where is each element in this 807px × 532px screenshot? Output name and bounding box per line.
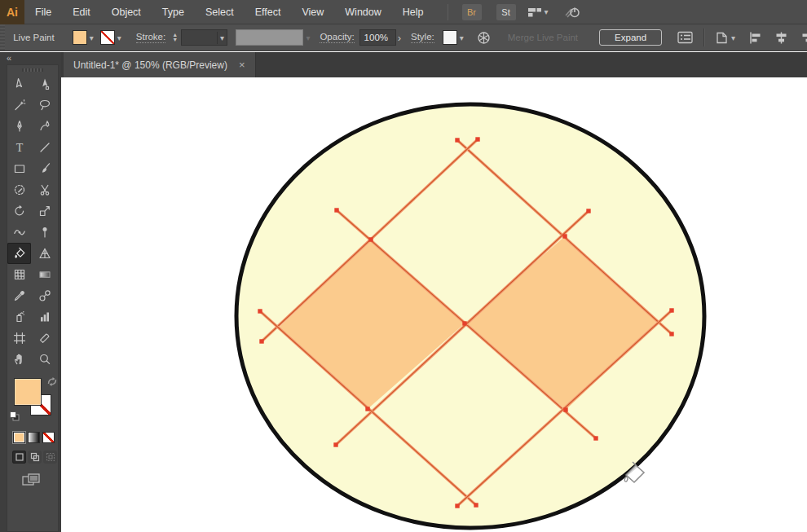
opacity-expand-icon[interactable]: › — [398, 32, 401, 44]
anchor-point[interactable] — [562, 234, 567, 238]
power-icon[interactable] — [564, 5, 580, 19]
anchor-point[interactable] — [259, 339, 263, 343]
tab-close-icon[interactable]: × — [239, 59, 245, 71]
anchor-point[interactable] — [593, 436, 598, 440]
align-left-icon[interactable] — [749, 32, 763, 44]
selection-tool[interactable] — [7, 73, 31, 95]
none-button[interactable] — [42, 432, 55, 443]
anchor-point[interactable] — [368, 237, 373, 241]
chevron-down-icon: ▾ — [545, 7, 549, 16]
workspace-switcher-icon[interactable]: ▾ — [527, 7, 549, 18]
fill-indicator[interactable] — [14, 378, 42, 406]
artboard-tool[interactable] — [7, 328, 31, 349]
menu-items: FileEditObjectTypeSelectEffectViewWindow… — [24, 0, 434, 24]
eyedropper-tool[interactable] — [7, 285, 31, 306]
collapse-panel-icon[interactable]: « — [7, 53, 11, 63]
gap-options-icon[interactable] — [677, 31, 693, 44]
menu-item-effect[interactable]: Effect — [245, 0, 292, 24]
brush-definition-dropdown[interactable] — [236, 29, 303, 46]
type-tool[interactable]: T — [7, 137, 31, 158]
anchor-point[interactable] — [333, 442, 337, 446]
anchor-point[interactable] — [462, 321, 466, 325]
menu-item-help[interactable]: Help — [392, 0, 434, 24]
panel-grip[interactable] — [22, 68, 43, 72]
hand-tool[interactable] — [7, 349, 31, 370]
screen-mode-icon[interactable] — [22, 473, 58, 486]
magic-wand-tool[interactable] — [7, 95, 31, 116]
document-tab-title: Untitled-1* @ 150% (RGB/Preview) — [73, 59, 227, 71]
slice-tool[interactable] — [33, 328, 56, 349]
puppet-warp-tool[interactable] — [33, 222, 56, 243]
style-swatch[interactable]: ▾ — [443, 30, 464, 45]
anchor-point[interactable] — [669, 308, 673, 312]
control-bar-grip[interactable] — [0, 24, 5, 51]
curvature-tool[interactable] — [33, 116, 56, 137]
menu-item-type[interactable]: Type — [152, 0, 195, 24]
column-graph-tool[interactable] — [33, 306, 56, 328]
zoom-tool[interactable] — [33, 349, 56, 370]
live-paint-bucket-tool[interactable] — [7, 243, 31, 264]
rotate-tool[interactable] — [7, 200, 31, 222]
bridge-button[interactable]: Br — [462, 4, 482, 20]
rectangle-tool[interactable] — [7, 158, 31, 179]
lasso-tool[interactable] — [33, 95, 56, 116]
stroke-weight-dropdown[interactable]: ▾ — [181, 29, 227, 46]
anchor-point[interactable] — [475, 137, 479, 141]
line-segment-tool[interactable] — [33, 137, 56, 158]
selection-mode-label: Live Paint — [13, 33, 55, 42]
mesh-tool[interactable] — [7, 264, 31, 285]
document-tab[interactable]: Untitled-1* @ 150% (RGB/Preview) × — [64, 52, 256, 77]
anchor-point[interactable] — [474, 503, 478, 507]
anchor-point[interactable] — [669, 332, 673, 336]
stroke-label[interactable]: Stroke: — [136, 32, 165, 43]
gradient-tool[interactable] — [33, 264, 56, 285]
opacity-label[interactable]: Opacity: — [320, 32, 354, 43]
draw-behind-button[interactable] — [28, 451, 42, 464]
fill-color-swatch[interactable]: ▾ — [73, 30, 94, 45]
scissors-tool[interactable] — [33, 179, 56, 200]
menu-item-view[interactable]: View — [291, 0, 334, 24]
svg-text:T: T — [15, 142, 23, 154]
anchor-point[interactable] — [586, 209, 590, 213]
document-icon[interactable]: ▾ — [715, 31, 735, 45]
menu-item-object[interactable]: Object — [101, 0, 152, 24]
menu-item-window[interactable]: Window — [334, 0, 391, 24]
blend-tool[interactable] — [33, 285, 56, 306]
menu-item-file[interactable]: File — [24, 0, 62, 24]
perspective-grid-tool[interactable] — [33, 243, 56, 264]
stroke-weight-stepper[interactable]: ▲▼ — [172, 33, 178, 42]
draw-normal-button[interactable] — [12, 451, 26, 464]
align-right-icon[interactable] — [800, 32, 807, 44]
paint-style-buttons — [13, 432, 58, 443]
recolor-artwork-icon[interactable] — [477, 31, 491, 45]
menu-item-select[interactable]: Select — [195, 0, 245, 24]
anchor-point[interactable] — [258, 309, 262, 313]
direct-selection-tool[interactable] — [33, 73, 56, 95]
anchor-point[interactable] — [334, 208, 338, 212]
menu-bar: Ai FileEditObjectTypeSelectEffectViewWin… — [0, 0, 807, 24]
stroke-none-swatch[interactable]: ▾ — [100, 30, 121, 45]
illustrator-window: { "app_bar": { "logo_text": "Ai", "menus… — [0, 0, 807, 532]
pen-tool[interactable] — [7, 116, 31, 137]
anchor-point[interactable] — [365, 407, 369, 411]
stock-button[interactable]: St — [496, 4, 516, 20]
opacity-input[interactable]: 100% — [359, 29, 396, 46]
scale-tool[interactable] — [33, 200, 56, 222]
expand-button[interactable]: Expand — [599, 29, 662, 46]
style-label[interactable]: Style: — [411, 32, 434, 43]
symbol-sprayer-tool[interactable] — [7, 306, 31, 328]
align-center-icon[interactable] — [774, 32, 788, 44]
color-button[interactable] — [13, 432, 25, 443]
canvas-area[interactable] — [61, 77, 807, 532]
draw-inside-button — [43, 451, 57, 464]
width-tool[interactable] — [7, 222, 31, 243]
gradient-button[interactable] — [28, 432, 40, 443]
anchor-point[interactable] — [455, 503, 459, 508]
anchor-point[interactable] — [563, 407, 567, 411]
anchor-point[interactable] — [455, 138, 459, 142]
swap-fill-stroke-icon[interactable] — [46, 376, 58, 387]
default-fill-stroke-icon[interactable] — [9, 411, 20, 422]
menu-item-edit[interactable]: Edit — [62, 0, 101, 24]
shaper-tool[interactable] — [7, 179, 31, 200]
paintbrush-tool[interactable] — [33, 158, 56, 179]
